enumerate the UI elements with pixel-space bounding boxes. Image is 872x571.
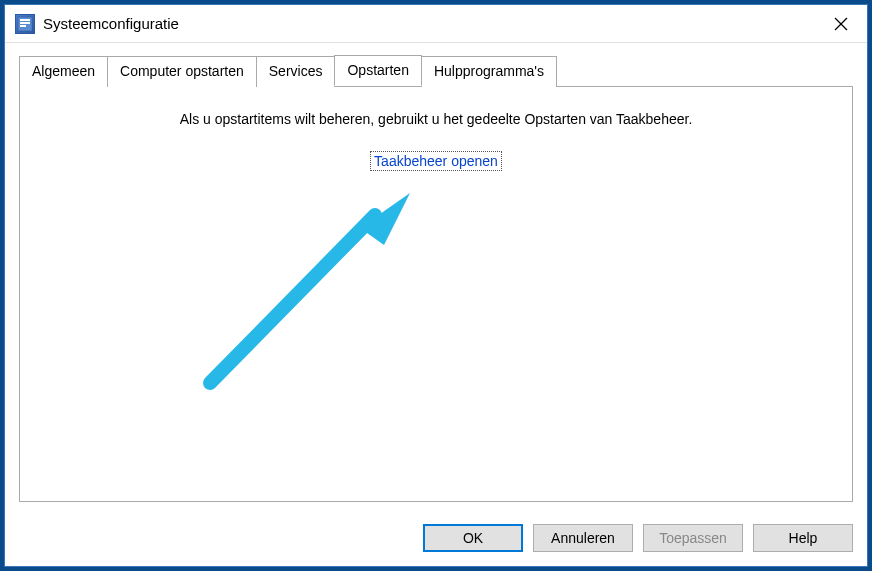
tab-startup[interactable]: Opstarten (334, 55, 421, 86)
ok-button[interactable]: OK (423, 524, 523, 552)
window-title: Systeemconfiguratie (43, 15, 823, 32)
tab-general[interactable]: Algemeen (19, 56, 108, 87)
tab-boot[interactable]: Computer opstarten (107, 56, 257, 87)
msconfig-window: Systeemconfiguratie Algemeen Computer op… (4, 4, 868, 567)
tab-strip: Algemeen Computer opstarten Services Ops… (19, 55, 853, 86)
titlebar: Systeemconfiguratie (5, 5, 867, 43)
open-task-manager-link[interactable]: Taakbeheer openen (370, 151, 502, 171)
button-bar: OK Annuleren Toepassen Help (5, 512, 867, 566)
close-button[interactable] (823, 10, 859, 38)
startup-panel: Als u opstartitems wilt beheren, gebruik… (19, 86, 853, 502)
app-icon (15, 14, 35, 34)
svg-rect-3 (20, 25, 26, 27)
content-area: Algemeen Computer opstarten Services Ops… (5, 43, 867, 512)
svg-rect-2 (20, 22, 30, 24)
tab-tools[interactable]: Hulpprogramma's (421, 56, 557, 87)
instruction-text: Als u opstartitems wilt beheren, gebruik… (36, 111, 836, 127)
cancel-button[interactable]: Annuleren (533, 524, 633, 552)
link-container: Taakbeheer openen (36, 151, 836, 171)
help-button[interactable]: Help (753, 524, 853, 552)
tab-services[interactable]: Services (256, 56, 336, 87)
apply-button: Toepassen (643, 524, 743, 552)
svg-rect-1 (20, 19, 30, 21)
